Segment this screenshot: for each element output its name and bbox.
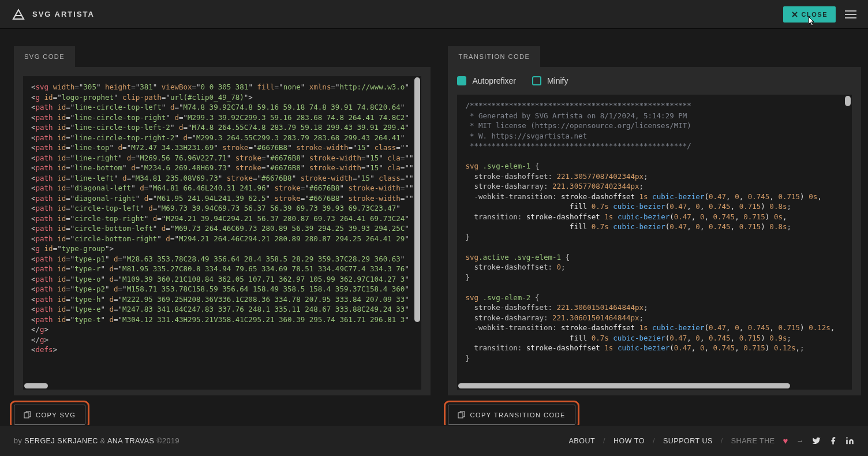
transition-panel: TRANSITION CODE Autoprefixer Minify /***… — [448, 46, 861, 425]
brand-text: SVG ARTISTA — [32, 10, 95, 18]
author-1[interactable]: SERGEJ SKRJANEC — [24, 437, 98, 445]
copy-icon — [24, 411, 31, 418]
svg-panel-body: <svg width="305" height="381" viewBox="0… — [14, 67, 431, 395]
heart-icon: ♥ — [783, 436, 788, 446]
support-link[interactable]: SUPPORT US — [663, 437, 713, 445]
menu-icon[interactable] — [845, 10, 856, 18]
close-label: CLOSE — [802, 11, 828, 18]
close-icon — [791, 11, 798, 18]
twitter-icon[interactable] — [812, 436, 821, 445]
sep: / — [603, 437, 605, 445]
minify-label: Minify — [547, 76, 568, 85]
svg-panel: SVG CODE <svg width="305" height="381" v… — [14, 46, 431, 425]
footer: by SERGEJ SKRJANEC & ANA TRAVAS ©2019 AB… — [0, 425, 868, 456]
scrollbar-horizontal[interactable] — [24, 383, 48, 388]
svg-rect-0 — [24, 413, 29, 418]
footer-amp: & — [100, 437, 106, 445]
copy-svg-button[interactable]: COPY SVG — [14, 405, 85, 425]
checkbox-box-checked — [457, 76, 466, 85]
author-2[interactable]: ANA TRAVAS — [107, 437, 154, 445]
footer-credits: by SERGEJ SKRJANEC & ANA TRAVAS ©2019 — [14, 437, 179, 445]
arrow-icon: → — [796, 437, 804, 445]
checkbox-box — [532, 76, 541, 85]
footer-links: ABOUT / HOW TO / SUPPORT US / SHARE THE … — [569, 436, 855, 446]
sep: / — [653, 437, 655, 445]
about-link[interactable]: ABOUT — [569, 437, 596, 445]
copy-svg-label: COPY SVG — [36, 412, 76, 418]
footer-by: by — [14, 437, 22, 445]
transition-panel-body: Autoprefixer Minify /*******************… — [448, 67, 861, 395]
autoprefixer-checkbox[interactable]: Autoprefixer — [457, 76, 515, 85]
scrollbar-horizontal[interactable] — [458, 383, 790, 388]
main-content: SVG CODE <svg width="305" height="381" v… — [0, 29, 868, 425]
transition-tab: TRANSITION CODE — [448, 46, 540, 67]
topbar-right: CLOSE — [783, 6, 856, 23]
facebook-icon[interactable] — [829, 436, 837, 445]
autoprefixer-label: Autoprefixer — [472, 76, 515, 85]
svg-tab: SVG CODE — [14, 46, 75, 67]
svg-button-row: COPY SVG — [14, 405, 431, 425]
svg-code-area[interactable]: <svg width="305" height="381" viewBox="0… — [23, 76, 421, 390]
copy-transition-label: COPY TRANSITION CODE — [470, 412, 565, 418]
copy-icon — [458, 411, 465, 418]
howto-link[interactable]: HOW TO — [613, 437, 645, 445]
share-label: SHARE THE — [731, 437, 775, 445]
transition-button-row: COPY TRANSITION CODE — [448, 405, 861, 425]
linkedin-icon[interactable] — [845, 436, 854, 445]
topbar: SVG ARTISTA CLOSE — [0, 0, 868, 29]
minify-checkbox[interactable]: Minify — [532, 76, 568, 85]
close-button[interactable]: CLOSE — [783, 6, 836, 23]
footer-year: ©2019 — [156, 437, 179, 445]
scrollbar-vertical[interactable] — [845, 96, 851, 106]
sep: / — [721, 437, 723, 445]
svg-rect-1 — [458, 413, 463, 418]
brand-icon — [12, 8, 25, 21]
brand: SVG ARTISTA — [12, 8, 95, 21]
copy-transition-button[interactable]: COPY TRANSITION CODE — [448, 405, 575, 425]
scrollbar-vertical[interactable] — [414, 77, 420, 322]
options-row: Autoprefixer Minify — [457, 76, 852, 85]
transition-code-area[interactable]: /***************************************… — [457, 95, 852, 390]
